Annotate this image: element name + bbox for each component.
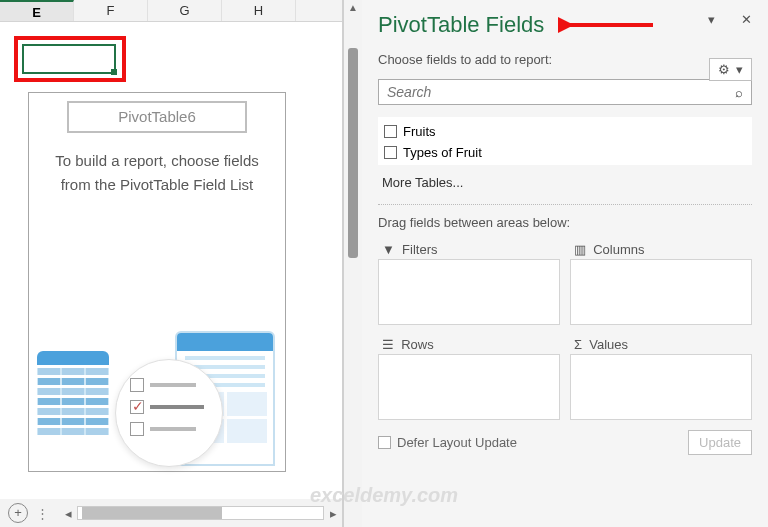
rows-label: Rows [401,337,434,352]
field-search[interactable]: ⌕ [378,79,752,105]
scroll-right-arrow[interactable]: ▸ [324,506,342,521]
column-header-f[interactable]: F [74,0,148,21]
checkbox[interactable] [384,125,397,138]
hscroll-thumb[interactable] [82,507,222,519]
rows-area[interactable]: ☰ Rows [378,335,560,420]
filters-label: Filters [402,242,437,257]
field-label: Fruits [403,124,436,139]
rows-icon: ☰ [382,337,394,352]
pane-menu-dropdown[interactable]: ▾ [708,12,715,27]
field-item-types-of-fruit[interactable]: Types of Fruit [384,142,746,163]
watermark: exceldemy.com [310,484,458,507]
annotation-arrow [558,16,658,34]
filters-area[interactable]: ▼ Filters [378,240,560,325]
checkbox[interactable] [384,146,397,159]
column-header-h[interactable]: H [222,0,296,21]
close-pane-button[interactable]: ✕ [741,12,752,27]
column-headers: E F G H [0,0,342,22]
sheet-nav-dots[interactable]: ⋮ [36,506,49,521]
pivottable-name: PivotTable6 [67,101,247,133]
defer-layout-update[interactable]: Defer Layout Update [378,435,517,450]
pivottable-placeholder[interactable]: PivotTable6 To build a report, choose fi… [28,92,286,472]
rows-dropzone[interactable] [378,354,560,420]
more-tables-link[interactable]: More Tables... [382,175,748,190]
values-dropzone[interactable] [570,354,752,420]
filter-icon: ▼ [382,242,395,257]
field-search-input[interactable] [387,84,735,100]
drop-areas: ▼ Filters ▥ Columns ☰ Rows Σ Values [378,240,752,420]
choose-fields-label: Choose fields to add to report: [378,52,752,67]
pivottable-hint: To build a report, choose fields from th… [29,149,285,197]
worksheet-pane: E F G H PivotTable6 To build a report, c… [0,0,342,527]
search-icon: ⌕ [735,85,743,100]
pane-title: PivotTable Fields [378,12,544,38]
active-cell[interactable] [22,44,116,74]
horizontal-scrollbar: + ⋮ ◂ ▸ [0,499,342,527]
update-button[interactable]: Update [688,430,752,455]
drag-areas-label: Drag fields between areas below: [378,215,752,230]
gear-icon: ⚙ [718,62,730,77]
pivottable-fields-pane: PivotTable Fields ▾ ✕ Choose fields to a… [362,0,768,527]
section-divider [378,204,752,205]
vertical-scrollbar[interactable]: ▲ [344,0,362,527]
hscroll-track[interactable] [77,506,324,520]
columns-area[interactable]: ▥ Columns [570,240,752,325]
column-header-e[interactable]: E [0,0,74,21]
filters-dropzone[interactable] [378,259,560,325]
columns-label: Columns [593,242,644,257]
columns-icon: ▥ [574,242,586,257]
new-sheet-button[interactable]: + [8,503,28,523]
field-list: Fruits Types of Fruit [378,117,752,165]
defer-checkbox[interactable] [378,436,391,449]
values-icon: Σ [574,337,582,352]
vscroll-thumb[interactable] [348,48,358,258]
scroll-up-arrow[interactable]: ▲ [348,2,358,13]
columns-dropzone[interactable] [570,259,752,325]
dropdown-icon: ▾ [736,62,743,77]
field-label: Types of Fruit [403,145,482,160]
field-item-fruits[interactable]: Fruits [384,121,746,142]
values-label: Values [589,337,628,352]
column-header-g[interactable]: G [148,0,222,21]
defer-label: Defer Layout Update [397,435,517,450]
values-area[interactable]: Σ Values [570,335,752,420]
pivottable-illustration [29,321,285,471]
fields-settings-button[interactable]: ⚙ ▾ [709,58,752,81]
scroll-left-arrow[interactable]: ◂ [59,506,77,521]
